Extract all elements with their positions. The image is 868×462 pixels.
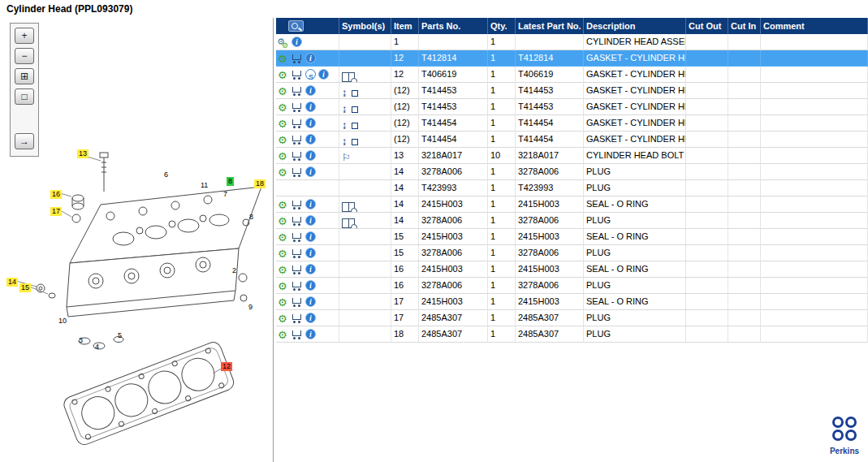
gears-icon[interactable] xyxy=(278,37,289,48)
header-parts-no[interactable]: Parts No. xyxy=(419,18,488,34)
gear-icon[interactable] xyxy=(278,134,289,145)
cart-icon[interactable] xyxy=(291,199,303,210)
table-row[interactable]: (12)T4144531T414453GASKET - CYLINDER HEA xyxy=(276,83,868,99)
s-icon[interactable] xyxy=(305,69,316,80)
callout-8[interactable]: 8 xyxy=(248,213,255,222)
table-row[interactable]: 152415H00312415H003SEAL - O RING xyxy=(276,229,868,245)
gear-icon[interactable] xyxy=(278,85,289,97)
header-cut-out[interactable]: Cut Out xyxy=(686,18,728,34)
table-row[interactable]: 143278A00613278A006PLUG xyxy=(276,164,868,180)
table-row[interactable]: 142415H00312415H003SEAL - O RING xyxy=(276,196,868,213)
callout-12[interactable]: 12 xyxy=(221,362,232,371)
table-row[interactable]: 133218A017103218A017CYLINDER HEAD BOLT xyxy=(276,148,868,164)
table-row[interactable]: 143278A00613278A006PLUG xyxy=(276,213,868,229)
callout-8[interactable]: 8 xyxy=(227,177,234,186)
info-icon[interactable] xyxy=(305,101,316,112)
cart-icon[interactable] xyxy=(291,69,303,80)
table-row[interactable]: (12)T4144541T414454GASKET - CYLINDER HEA xyxy=(276,115,868,132)
info-icon[interactable] xyxy=(305,231,316,242)
cart-icon[interactable] xyxy=(291,280,303,291)
info-icon[interactable] xyxy=(305,280,316,291)
cart-icon[interactable] xyxy=(291,248,303,259)
info-icon[interactable] xyxy=(305,264,316,274)
book-icon[interactable] xyxy=(342,72,355,82)
gear-icon[interactable] xyxy=(278,69,289,80)
callout-9[interactable]: 9 xyxy=(247,303,254,312)
callout-18[interactable]: 18 xyxy=(254,179,266,188)
cart-icon[interactable] xyxy=(291,215,303,227)
table-row[interactable]: 172485A30712485A307PLUG xyxy=(276,310,868,326)
header-description[interactable]: Description xyxy=(584,18,686,34)
callout-6[interactable]: 6 xyxy=(162,171,170,179)
cart-icon[interactable] xyxy=(291,166,303,178)
callout-5[interactable]: 5 xyxy=(116,331,123,340)
gear-icon[interactable] xyxy=(278,53,289,64)
cart-icon[interactable] xyxy=(291,134,303,145)
callout-7[interactable]: 7 xyxy=(222,190,229,199)
gear-icon[interactable] xyxy=(278,215,289,227)
cart-icon[interactable] xyxy=(291,101,303,113)
gear-icon[interactable] xyxy=(278,231,289,243)
header-cut-in[interactable]: Cut In xyxy=(728,18,761,34)
thumbnail-panel-button[interactable]: → xyxy=(15,133,34,149)
table-row[interactable]: 163278A00613278A006PLUG xyxy=(276,278,868,294)
drawing-panel[interactable]: +−⊞□→ xyxy=(0,18,274,462)
callout-4[interactable]: 4 xyxy=(93,343,101,352)
cart-icon[interactable] xyxy=(291,296,303,308)
callout-17[interactable]: 17 xyxy=(50,207,62,216)
info-icon[interactable] xyxy=(305,313,316,323)
table-row[interactable]: 12T4066191T406619GASKET - CYLINDER HEA xyxy=(276,67,868,83)
cart-icon[interactable] xyxy=(291,231,303,243)
table-row[interactable]: (12)T4144531T414453GASKET - CYLINDER HEA xyxy=(276,99,868,115)
info-icon[interactable] xyxy=(305,53,316,63)
callout-16[interactable]: 16 xyxy=(50,190,62,199)
info-icon[interactable] xyxy=(305,248,316,258)
header-qty[interactable]: Qty. xyxy=(488,18,516,34)
callout-10[interactable]: 10 xyxy=(57,317,68,326)
info-icon[interactable] xyxy=(305,150,316,161)
info-icon[interactable] xyxy=(305,118,316,128)
header-latest-part-no[interactable]: Latest Part No. xyxy=(516,18,584,34)
gear-icon[interactable] xyxy=(278,296,289,308)
header-item[interactable]: Item xyxy=(391,18,419,34)
info-icon[interactable] xyxy=(305,134,316,145)
filter-search-icon[interactable] xyxy=(288,20,304,32)
gear-icon[interactable] xyxy=(278,118,289,129)
callout-2[interactable]: 2 xyxy=(231,266,238,275)
info-icon[interactable] xyxy=(305,329,316,339)
info-icon[interactable] xyxy=(291,37,302,47)
gear-icon[interactable] xyxy=(278,101,289,113)
gear-icon[interactable] xyxy=(278,199,289,210)
info-icon[interactable] xyxy=(305,85,316,96)
zoom-in-button[interactable]: + xyxy=(15,28,34,44)
table-row[interactable]: 11CYLINDER HEAD ASSEM xyxy=(276,34,868,50)
zoom-out-button[interactable]: − xyxy=(15,48,34,64)
table-row[interactable]: 162415H00312415H003SEAL - O RING xyxy=(276,261,868,278)
callout-15[interactable]: 15 xyxy=(19,283,31,292)
info-icon[interactable] xyxy=(305,296,316,307)
table-row[interactable]: 172415H00312415H003SEAL - O RING xyxy=(276,294,868,310)
callout-3[interactable]: 3 xyxy=(77,336,84,345)
table-row[interactable]: 12T4128141T412814GASKET - CYLINDER HEA xyxy=(276,50,868,67)
callout-14[interactable]: 14 xyxy=(6,278,18,287)
info-icon[interactable] xyxy=(305,199,316,209)
cart-icon[interactable] xyxy=(291,329,303,340)
table-row[interactable]: 182485A30712485A307PLUG xyxy=(276,326,868,343)
cart-icon[interactable] xyxy=(291,118,303,129)
fit-view-button[interactable]: □ xyxy=(15,89,34,105)
tile-view-button[interactable]: ⊞ xyxy=(15,68,34,84)
cart-icon[interactable] xyxy=(291,85,303,97)
callout-13[interactable]: 13 xyxy=(77,149,89,158)
info-icon[interactable] xyxy=(305,166,316,177)
callout-11[interactable]: 11 xyxy=(199,181,209,190)
header-symbols[interactable]: Symbol(s) xyxy=(339,18,391,34)
info-icon[interactable] xyxy=(305,215,316,226)
gear-icon[interactable] xyxy=(278,166,289,178)
table-row[interactable]: 153278A00613278A006PLUG xyxy=(276,245,868,261)
gear-icon[interactable] xyxy=(278,313,289,324)
book-icon[interactable] xyxy=(342,202,355,212)
gear-icon[interactable] xyxy=(278,150,289,162)
book-icon[interactable] xyxy=(342,218,355,228)
cart-icon[interactable] xyxy=(291,53,303,64)
header-comment[interactable]: Comment xyxy=(761,18,868,34)
